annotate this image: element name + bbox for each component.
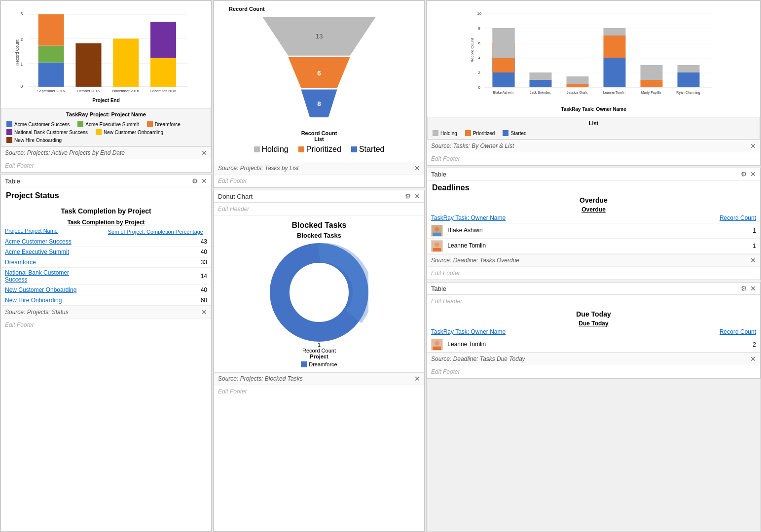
row-link-5[interactable]: New Hire Onboarding xyxy=(5,297,62,304)
due-today-close-btn[interactable]: ✕ xyxy=(750,284,756,292)
svg-rect-40 xyxy=(433,248,441,252)
due-today-header-bar: Table ⚙ ✕ xyxy=(427,283,760,295)
overdue-title: Overdue xyxy=(427,194,760,206)
mid-column: Record Count 13 6 8 Record Count List xyxy=(213,0,425,532)
right-bar-svg: 10 8 6 4 2 0 Record Count xyxy=(432,6,755,105)
funnel-label-holding: Holding xyxy=(262,145,289,154)
bar-oct-brown xyxy=(75,43,101,87)
legend-swatch-yellow xyxy=(96,129,102,135)
project-table-footer: Source: Projects: Status ✕ xyxy=(1,306,211,318)
bar-dec-yellow xyxy=(150,58,176,87)
deadlines-close-btn[interactable]: ✕ xyxy=(750,170,756,178)
due-today-close-btn2[interactable]: ✕ xyxy=(750,355,756,363)
donut-close-btn[interactable]: ✕ xyxy=(414,192,420,200)
overdue-footer: Source: Deadline: Tasks Overdue ✕ xyxy=(427,254,760,266)
table-sub-title: Task Completion by Project xyxy=(1,218,211,227)
row-link-0[interactable]: Acme Customer Success xyxy=(5,238,72,245)
overdue-col2-header: Record Count xyxy=(644,213,760,223)
funnel-swatch-prioritized xyxy=(298,146,304,152)
avatar-leanne xyxy=(431,240,443,252)
right-column: 10 8 6 4 2 0 Record Count xyxy=(426,0,761,532)
due-today-source: Source: Deadline: Tasks Due Today xyxy=(431,355,525,362)
due-today-title: Due Today xyxy=(427,308,760,320)
legend-swatch-green xyxy=(77,121,83,127)
deadlines-settings-btn[interactable]: ⚙ xyxy=(741,170,747,178)
row-link-2[interactable]: Dreamforce xyxy=(5,259,36,266)
due-today-edit-footer[interactable]: Edit Footer xyxy=(427,365,760,378)
svg-text:4: 4 xyxy=(478,56,481,60)
overdue-name-blake: Blake Ashwin xyxy=(447,227,482,234)
deadlines-widget: Table ⚙ ✕ Deadlines Overdue Overdue Task… xyxy=(427,168,761,280)
bar-blake-orange2 xyxy=(493,58,515,72)
legend-label-new-co: New Customer Onboarding xyxy=(104,130,163,135)
donut-legend: Dreamforce xyxy=(301,361,337,367)
bar-sep-blue xyxy=(38,63,64,87)
due-today-table: TaskRay Task: Owner Name Record Count Le xyxy=(427,327,760,353)
legend-swatch-brown xyxy=(6,137,12,143)
due-today-col1-header: TaskRay Task: Owner Name xyxy=(427,327,644,337)
bar-marty-orange xyxy=(641,80,663,87)
svg-text:September 2016: September 2016 xyxy=(37,89,65,93)
right-label-holding: Holding xyxy=(440,131,457,136)
table-close-btn[interactable]: ✕ xyxy=(201,177,207,185)
bar-leanne-gray xyxy=(604,28,626,35)
funnel-widget: Record Count 13 6 8 Record Count List xyxy=(214,0,425,188)
table-row: Acme Executive Summit 40 xyxy=(1,247,211,257)
donut-edit-footer[interactable]: Edit Footer xyxy=(214,385,424,398)
bar-chart-close-btn[interactable]: ✕ xyxy=(201,149,207,157)
bar-jessica-gray xyxy=(567,76,589,84)
row-link-1[interactable]: Acme Executive Summit xyxy=(5,248,69,255)
row-link-4[interactable]: New Customer Onboarding xyxy=(5,286,76,293)
donut-settings-btn[interactable]: ⚙ xyxy=(405,192,411,200)
due-today-name-0: Leanne Tomlin xyxy=(427,337,644,353)
table-settings-btn[interactable]: ⚙ xyxy=(192,177,198,185)
project-table-edit-footer[interactable]: Edit Footer xyxy=(1,318,211,331)
due-today-widget: Table ⚙ ✕ Edit Header Due Today Due Toda… xyxy=(427,282,761,379)
legend-item-dreamforce: Dreamforce xyxy=(147,121,181,127)
funnel-close-btn[interactable]: ✕ xyxy=(414,164,420,172)
bar-leanne-blue xyxy=(604,58,626,87)
svg-text:8: 8 xyxy=(317,100,321,107)
donut-header-label: Donut Chart xyxy=(218,193,253,200)
bar-blake-blue2 xyxy=(493,72,515,87)
overdue-source: Source: Deadline: Tasks Overdue xyxy=(431,257,519,264)
legend-item-acme-es: Acme Executive Summit xyxy=(77,121,139,127)
overdue-name-leanne: Leanne Tomlin xyxy=(447,242,486,249)
donut-edit-header[interactable]: Edit Header xyxy=(214,203,424,216)
bar-chart-x-label: Project End xyxy=(6,98,206,103)
table-row: National Bank CustomerSuccess 14 xyxy=(1,268,211,285)
donut-footer: Source: Projects: Blocked Tasks ✕ xyxy=(214,372,424,385)
due-today-header-label: Table xyxy=(431,285,446,292)
funnel-edit-footer[interactable]: Edit Footer xyxy=(214,174,424,187)
row-link-3[interactable]: National Bank CustomerSuccess xyxy=(5,269,69,283)
table-section-title: Project Status xyxy=(1,187,211,204)
right-bar-edit-footer[interactable]: Edit Footer xyxy=(427,152,760,165)
table-widget-left: Table ⚙ ✕ Project Status Task Completion… xyxy=(0,175,212,532)
svg-point-36 xyxy=(435,227,439,232)
overdue-sub: Overdue xyxy=(427,206,760,213)
overdue-close-btn[interactable]: ✕ xyxy=(750,256,756,264)
bar-chart-edit-footer[interactable]: Edit Footer xyxy=(1,159,211,172)
due-today-edit-header[interactable]: Edit Header xyxy=(427,295,760,308)
funnel-legend-started: Started xyxy=(351,145,385,154)
due-today-settings-btn[interactable]: ⚙ xyxy=(741,284,747,292)
funnel-legend-holding: Holding xyxy=(254,145,289,154)
overdue-table-header-row: TaskRay Task: Owner Name Record Count xyxy=(427,213,760,223)
table-row: Acme Customer Success 43 xyxy=(1,237,211,247)
bar-chart-footer: Source: Projects: Active Projects by End… xyxy=(1,146,211,159)
legend-swatch-purple xyxy=(6,129,12,135)
table-col1-header: Project: Project Name xyxy=(5,228,58,236)
funnel-area: Record Count 13 6 8 Record Count List xyxy=(214,1,424,162)
table-row: New Customer Onboarding 40 xyxy=(1,285,211,295)
row-val-5: 60 xyxy=(179,295,211,306)
overdue-edit-footer[interactable]: Edit Footer xyxy=(427,266,760,280)
svg-text:10: 10 xyxy=(477,11,482,16)
avatar-blake xyxy=(431,225,443,237)
overdue-name-1: Leanne Tomlin xyxy=(427,239,644,254)
right-bar-widget: 10 8 6 4 2 0 Record Count xyxy=(427,0,761,166)
donut-close-btn2[interactable]: ✕ xyxy=(414,375,420,383)
project-table-close-btn[interactable]: ✕ xyxy=(201,308,207,316)
right-bar-close-btn[interactable]: ✕ xyxy=(750,142,756,150)
svg-text:8: 8 xyxy=(478,26,481,31)
deadlines-section-title: Deadlines xyxy=(427,180,760,194)
